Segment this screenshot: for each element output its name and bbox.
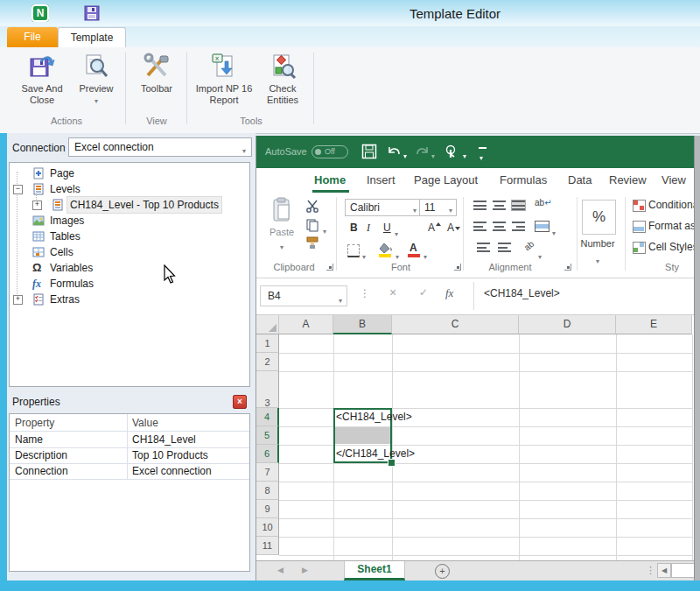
tree-item-variables[interactable]: Ω Variables bbox=[10, 260, 246, 276]
increase-indent-icon[interactable] bbox=[498, 243, 511, 252]
close-icon[interactable]: × bbox=[233, 395, 247, 409]
property-connection-value[interactable]: Excel connection bbox=[132, 463, 212, 479]
redo-dropdown-icon[interactable] bbox=[431, 146, 435, 162]
align-left-icon[interactable] bbox=[473, 222, 486, 231]
excel-tab-insert[interactable]: Insert bbox=[367, 173, 396, 186]
align-top-icon[interactable] bbox=[473, 201, 486, 210]
sheet-tab-sheet1[interactable]: Sheet1 bbox=[344, 561, 405, 580]
check-entities-button[interactable]: Check Entities bbox=[257, 51, 308, 106]
decrease-font-button[interactable]: A bbox=[447, 222, 454, 234]
cancel-icon[interactable]: × bbox=[389, 285, 396, 299]
orientation-dropdown-icon[interactable] bbox=[538, 247, 542, 263]
excel-tab-page-layout[interactable]: Page Layout bbox=[414, 173, 478, 186]
row-header-11[interactable]: 11 bbox=[256, 537, 279, 555]
collapse-icon[interactable]: − bbox=[13, 185, 23, 194]
row-header-3[interactable]: 3 bbox=[256, 371, 279, 408]
tree-item-levels[interactable]: − Levels bbox=[10, 181, 246, 197]
row-header-9[interactable]: 9 bbox=[256, 500, 279, 518]
connection-select[interactable]: Excel connection bbox=[68, 137, 252, 157]
row-header-4[interactable]: 4 bbox=[256, 408, 279, 426]
cut-icon[interactable] bbox=[305, 199, 319, 213]
cell-b4[interactable]: <CH184_Level> bbox=[336, 408, 412, 426]
fill-color-icon[interactable] bbox=[379, 243, 393, 253]
expand-icon[interactable]: + bbox=[13, 295, 23, 305]
excel-tab-data[interactable]: Data bbox=[568, 173, 592, 186]
expand-icon[interactable]: + bbox=[32, 201, 42, 210]
decrease-indent-icon[interactable] bbox=[477, 243, 490, 252]
align-center-icon[interactable] bbox=[493, 222, 506, 231]
clipboard-dialog-launcher-icon[interactable] bbox=[326, 264, 333, 271]
format-painter-icon[interactable] bbox=[305, 236, 319, 250]
orientation-icon[interactable]: ab bbox=[522, 239, 536, 253]
font-color-button[interactable]: A bbox=[410, 242, 417, 254]
tree-item-cells[interactable]: Cells bbox=[10, 244, 246, 260]
sheet-nav-right-icon[interactable]: ▶ bbox=[302, 566, 308, 574]
format-as-table-button[interactable]: Format as T bbox=[648, 220, 700, 232]
align-right-icon[interactable] bbox=[512, 222, 525, 231]
undo-icon[interactable] bbox=[386, 144, 402, 158]
insert-function-icon[interactable]: fx bbox=[445, 286, 453, 300]
hscroll-left-button[interactable]: ◀ bbox=[657, 563, 671, 578]
property-description-value[interactable]: Top 10 Products bbox=[132, 447, 208, 463]
borders-icon[interactable] bbox=[347, 244, 360, 257]
column-header-b[interactable]: B bbox=[333, 315, 392, 334]
touch-dropdown-icon[interactable] bbox=[463, 146, 466, 162]
property-name-value[interactable]: CH184_Level bbox=[132, 432, 196, 447]
column-header-c[interactable]: C bbox=[392, 315, 519, 334]
cell-b6[interactable]: </CH184_Level> bbox=[336, 445, 415, 463]
underline-button[interactable]: U bbox=[383, 222, 391, 234]
add-sheet-icon[interactable]: + bbox=[435, 564, 450, 579]
customize-qat-chevron-icon[interactable] bbox=[480, 148, 483, 164]
copy-icon[interactable] bbox=[305, 218, 319, 232]
row-header-5[interactable]: 5 bbox=[256, 426, 279, 445]
column-header-a[interactable]: A bbox=[279, 315, 333, 334]
formula-input[interactable]: <CH184_Level> bbox=[484, 287, 560, 299]
column-header-d[interactable]: D bbox=[519, 315, 616, 334]
tab-template[interactable]: Template bbox=[58, 27, 126, 48]
cell-styles-button[interactable]: Cell Styles bbox=[648, 241, 698, 253]
conditional-formatting-button[interactable]: Conditional bbox=[648, 199, 700, 211]
import-np16-report-button[interactable]: x Import NP 16 Report bbox=[194, 51, 254, 106]
number-dropdown-icon[interactable] bbox=[596, 251, 599, 267]
excel-tab-review[interactable]: Review bbox=[609, 173, 647, 186]
merge-center-icon[interactable] bbox=[535, 221, 550, 232]
sheet-nav-left-icon[interactable]: ◀ bbox=[277, 566, 284, 574]
align-bottom-icon[interactable] bbox=[512, 201, 525, 210]
name-box[interactable]: B4 bbox=[260, 285, 347, 306]
row-header-10[interactable]: 10 bbox=[256, 518, 279, 537]
excel-tab-view[interactable]: View bbox=[662, 173, 686, 186]
number-format-label[interactable]: Number bbox=[575, 238, 620, 249]
merge-dropdown-icon[interactable] bbox=[552, 223, 556, 239]
save-and-close-button[interactable]: Save And Close bbox=[14, 51, 70, 106]
tab-file[interactable]: File bbox=[7, 27, 58, 47]
tree-item-ch184-level[interactable]: + CH184_Level - Top 10 Products bbox=[10, 197, 246, 213]
fill-handle[interactable] bbox=[388, 459, 396, 467]
row-header-6[interactable]: 6 bbox=[256, 445, 279, 463]
increase-font-button[interactable]: A bbox=[428, 222, 435, 234]
copy-dropdown-icon[interactable] bbox=[323, 222, 326, 237]
borders-dropdown-icon[interactable] bbox=[362, 247, 366, 263]
font-dialog-launcher-icon[interactable] bbox=[454, 264, 461, 271]
select-all-corner[interactable] bbox=[256, 315, 279, 334]
alignment-dialog-launcher-icon[interactable] bbox=[564, 264, 571, 271]
excel-tab-formulas[interactable]: Formulas bbox=[500, 173, 547, 186]
redo-icon[interactable] bbox=[414, 144, 430, 158]
percent-style-button[interactable]: % bbox=[582, 200, 616, 235]
quick-save-icon[interactable] bbox=[84, 5, 100, 21]
row-header-1[interactable]: 1 bbox=[256, 334, 279, 353]
toolbar-button[interactable]: Toolbar bbox=[131, 51, 182, 95]
column-header-e[interactable]: E bbox=[616, 315, 692, 334]
italic-button[interactable]: I bbox=[367, 222, 370, 235]
preview-dropdown-icon[interactable] bbox=[94, 95, 98, 105]
font-name-combo[interactable]: Calibri bbox=[345, 199, 421, 216]
row-header-8[interactable]: 8 bbox=[256, 482, 279, 500]
paste-button[interactable]: Paste bbox=[265, 197, 298, 253]
tree-item-tables[interactable]: Tables bbox=[10, 229, 246, 244]
tree-item-images[interactable]: Images bbox=[10, 213, 246, 229]
tree-item-page[interactable]: Page bbox=[10, 165, 246, 181]
touch-mode-icon[interactable] bbox=[444, 144, 459, 159]
preview-button[interactable]: Preview bbox=[74, 51, 119, 107]
formula-bar-handle-icon[interactable]: ⋮ bbox=[360, 287, 370, 299]
align-middle-icon[interactable] bbox=[493, 201, 506, 210]
wrap-text-icon[interactable]: ab↵ bbox=[535, 198, 552, 208]
